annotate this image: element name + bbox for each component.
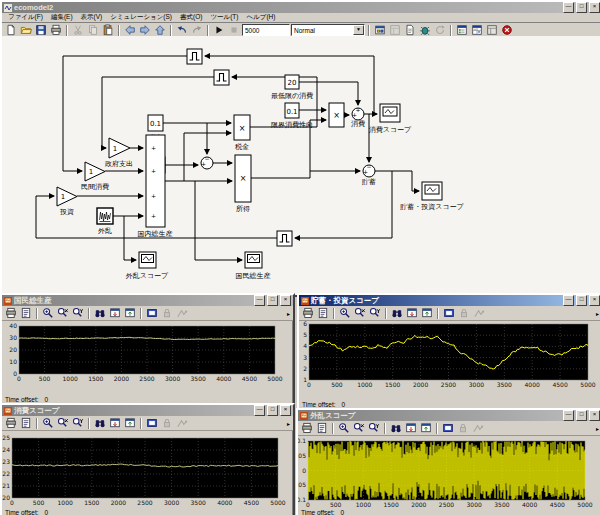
menu-simulation[interactable]: シミュレーション(S) bbox=[106, 13, 176, 22]
new-model-icon[interactable] bbox=[4, 24, 18, 37]
zoom-x-icon[interactable] bbox=[56, 417, 70, 430]
title-bar[interactable]: 貯蓄・投資スコープ — □ × bbox=[299, 295, 600, 306]
restore-axes-icon[interactable] bbox=[420, 307, 434, 320]
open-model-icon[interactable] bbox=[19, 24, 33, 37]
print-icon[interactable] bbox=[301, 307, 315, 320]
library-window-icon[interactable] bbox=[470, 24, 484, 37]
signal-wires[interactable] bbox=[36, 56, 419, 260]
floating-scope-icon[interactable] bbox=[145, 307, 159, 320]
toolbar-overflow-chevron[interactable]: ▸ bbox=[287, 310, 291, 317]
dropdown-arrow-icon[interactable]: ▼ bbox=[353, 25, 364, 35]
highlight-icon[interactable] bbox=[500, 24, 514, 37]
maximize-button[interactable]: □ bbox=[267, 295, 278, 306]
zoom-y-icon[interactable] bbox=[368, 307, 382, 320]
zoom-icon[interactable] bbox=[41, 307, 55, 320]
model-browser-icon[interactable] bbox=[455, 24, 469, 37]
menu-tools[interactable]: ツール(T) bbox=[206, 13, 242, 22]
zoom-x-icon[interactable] bbox=[56, 307, 70, 320]
print-icon[interactable] bbox=[300, 422, 314, 435]
up-to-parent-icon[interactable] bbox=[153, 24, 167, 37]
parameters-icon[interactable] bbox=[19, 417, 33, 430]
sum-savings-block[interactable]: + − 貯蓄 bbox=[362, 163, 376, 186]
restore-axes-icon[interactable] bbox=[123, 307, 137, 320]
debugger-icon[interactable] bbox=[418, 24, 432, 37]
undo-icon[interactable] bbox=[175, 24, 189, 37]
constant-mpc-block[interactable]: 0.1 限界消費性向 bbox=[271, 103, 313, 129]
floating-scope-icon[interactable] bbox=[145, 417, 159, 430]
close-button[interactable]: × bbox=[280, 295, 291, 306]
model-report-icon[interactable] bbox=[403, 24, 417, 37]
unit-delay-block-c[interactable] bbox=[277, 231, 292, 246]
zoom-x-icon[interactable] bbox=[352, 422, 366, 435]
floating-scope-icon[interactable] bbox=[441, 422, 455, 435]
zoom-icon[interactable] bbox=[338, 307, 352, 320]
gain-government-block[interactable]: 1 政府支出 bbox=[104, 138, 133, 168]
print-icon[interactable] bbox=[49, 24, 63, 37]
back-icon[interactable] bbox=[123, 24, 137, 37]
autoscale-binoculars-icon[interactable] bbox=[93, 307, 107, 320]
simulation-mode-select[interactable]: Normal ▼ bbox=[291, 24, 365, 36]
sum-one-minus-tax-block[interactable]: + − bbox=[201, 155, 213, 169]
menu-edit[interactable]: 編集(E) bbox=[47, 13, 77, 22]
save-axes-icon[interactable] bbox=[108, 417, 122, 430]
minimize-button[interactable]: — bbox=[563, 2, 574, 13]
scope-savings-block[interactable]: 貯蓄・投資スコープ bbox=[400, 182, 464, 211]
title-bar[interactable]: 外乱スコープ — □ × bbox=[298, 410, 600, 421]
maximize-button[interactable]: □ bbox=[576, 410, 587, 421]
simulation-time-input[interactable] bbox=[242, 24, 290, 36]
parameters-icon[interactable] bbox=[316, 307, 330, 320]
close-button[interactable]: × bbox=[280, 405, 291, 416]
maximize-button[interactable]: □ bbox=[267, 405, 278, 416]
scope-plot-savings[interactable]: 0500100015002000250030003500400045005000… bbox=[299, 320, 598, 387]
restore-axes-icon[interactable] bbox=[419, 422, 433, 435]
restore-axes-icon[interactable] bbox=[123, 417, 137, 430]
scope-gnp-block[interactable]: 国民総生産 bbox=[236, 252, 272, 280]
menu-file[interactable]: ファイル(F) bbox=[4, 13, 47, 22]
save-axes-icon[interactable] bbox=[404, 422, 418, 435]
autoscale-binoculars-icon[interactable] bbox=[389, 422, 403, 435]
maximize-button[interactable]: □ bbox=[576, 2, 587, 13]
parameters-icon[interactable] bbox=[315, 422, 329, 435]
start-simulation-icon[interactable] bbox=[212, 24, 226, 37]
toolbar-overflow-chevron[interactable]: ▸ bbox=[287, 420, 291, 427]
minimize-button[interactable]: — bbox=[254, 405, 265, 416]
close-button[interactable]: × bbox=[589, 410, 600, 421]
noise-block[interactable]: 外乱 bbox=[97, 208, 113, 235]
minimize-button[interactable]: — bbox=[254, 295, 265, 306]
paste-icon[interactable] bbox=[101, 24, 115, 37]
product-tax-block[interactable]: × 税金 bbox=[234, 115, 250, 151]
menu-help[interactable]: ヘルプ(H) bbox=[243, 13, 280, 22]
maximize-button[interactable]: □ bbox=[576, 295, 587, 306]
save-icon[interactable] bbox=[34, 24, 48, 37]
scope-plot-gnp[interactable]: 0500100015002000250030003500400045005000… bbox=[2, 320, 289, 382]
minimize-button[interactable]: — bbox=[563, 295, 574, 306]
library-browser-icon[interactable] bbox=[373, 24, 387, 37]
menu-format[interactable]: 書式(O) bbox=[176, 13, 206, 22]
zoom-x-icon[interactable] bbox=[353, 307, 367, 320]
zoom-y-icon[interactable] bbox=[71, 417, 85, 430]
zoom-icon[interactable] bbox=[41, 417, 55, 430]
scope-consumption-block[interactable]: 消費スコープ bbox=[369, 104, 412, 134]
title-bar[interactable]: 消費スコープ — □ × bbox=[2, 405, 293, 416]
toolbar-overflow-chevron[interactable]: ▸ bbox=[596, 310, 600, 317]
scope-noise-block[interactable]: 外乱スコープ bbox=[126, 252, 169, 280]
scope-plot-consumption[interactable]: 0500100015002000250030003500400045005000… bbox=[2, 430, 289, 508]
gain-investment-block[interactable]: 1 投資 bbox=[57, 187, 77, 216]
title-bar[interactable]: ecomodel2 — □ × bbox=[2, 2, 600, 13]
autoscale-binoculars-icon[interactable] bbox=[93, 417, 107, 430]
close-button[interactable]: × bbox=[589, 2, 600, 13]
unit-delay-block-b[interactable] bbox=[214, 70, 229, 85]
parameters-icon[interactable] bbox=[19, 307, 33, 320]
zoom-y-icon[interactable] bbox=[71, 307, 85, 320]
constant-min-consumption-block[interactable]: 20 最低限の消費 bbox=[271, 75, 313, 100]
zoom-y-icon[interactable] bbox=[367, 422, 381, 435]
print-icon[interactable] bbox=[4, 307, 18, 320]
save-axes-icon[interactable] bbox=[108, 307, 122, 320]
forward-icon[interactable] bbox=[138, 24, 152, 37]
scope-plot-noise[interactable]: 0500100015002000250030003500400045005000… bbox=[298, 435, 598, 510]
toolbar-overflow-chevron[interactable]: ▸ bbox=[596, 425, 600, 432]
unit-delay-block-a[interactable] bbox=[187, 49, 202, 64]
workspace-icon[interactable] bbox=[485, 24, 499, 37]
model-canvas[interactable]: 20 最低限の消費 0.1 限界消費性向 × + + 消費 bbox=[2, 36, 600, 295]
autoscale-binoculars-icon[interactable] bbox=[390, 307, 404, 320]
